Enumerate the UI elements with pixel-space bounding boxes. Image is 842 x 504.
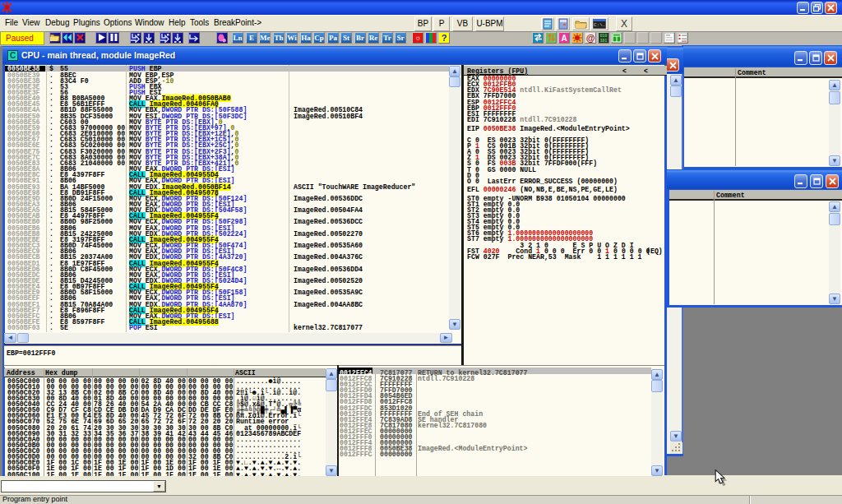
svg-text:C:\.: C:\. (594, 22, 605, 28)
